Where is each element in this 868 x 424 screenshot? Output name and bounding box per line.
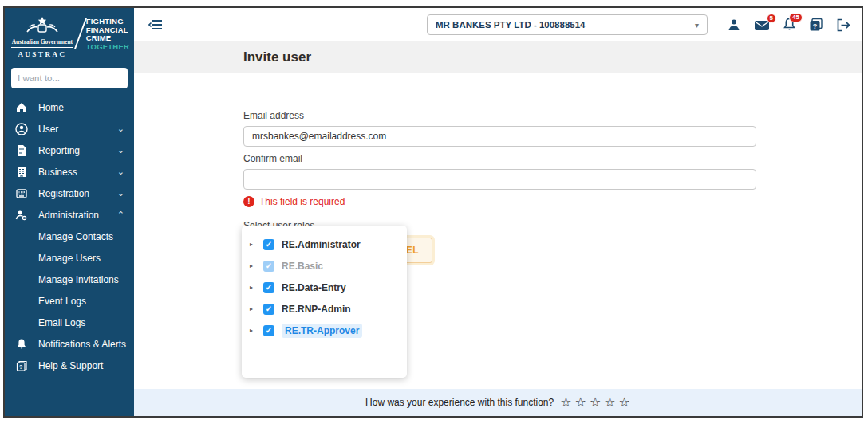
star-icon[interactable]: ☆ [604,396,615,409]
sidebar-item-label: Help & Support [38,360,124,371]
rating-prompt: How was your experience with this functi… [365,397,554,408]
i-want-to-search-input[interactable] [11,68,128,88]
svg-text:?: ? [19,363,22,369]
expand-caret-icon[interactable]: ▸ [250,305,256,312]
role-option-data-entry[interactable]: ▸ ✓ RE.Data-Entry [242,277,407,298]
sidebar-item-home[interactable]: Home [5,96,134,118]
chevron-up-icon: ⌃ [117,210,124,219]
organisation-selector[interactable]: MR BANKES PTY LTD - 100888514 ▾ [427,14,708,35]
email-address-field[interactable] [243,126,756,147]
role-option-basic[interactable]: ▸ ✓ RE.Basic [242,255,407,277]
chevron-down-icon: ⌄ [117,167,124,176]
checkbox-checked-muted-icon[interactable]: ✓ [263,261,274,272]
role-option-label: RE.TR-Approver [282,324,362,338]
confirm-email-field[interactable] [243,169,756,190]
role-option-administrator[interactable]: ▸ ✓ RE.Administrator [242,234,407,255]
feedback-bar: How was your experience with this functi… [134,389,862,416]
role-option-label: RE.Administrator [282,239,361,250]
expand-caret-icon[interactable]: ▸ [250,327,256,334]
tagline-accent: TOGETHER [86,43,129,52]
role-option-label: RE.Basic [282,261,323,272]
expand-caret-icon[interactable]: ▸ [250,284,256,291]
user-icon [14,122,29,136]
sidebar-item-user[interactable]: User ⌄ [5,118,134,139]
sidebar-item-label: Home [38,102,124,113]
gov-name: Australian Government [11,38,73,48]
logout-icon[interactable] [836,18,850,32]
agency-name: AUSTRAC [11,50,73,58]
sidebar-subitem-email-logs[interactable]: Email Logs [5,312,134,333]
checkbox-checked-icon[interactable]: ✓ [263,304,274,315]
help-book-icon: ? [14,359,29,373]
sidebar-item-label: User [38,124,117,135]
admin-user-gear-icon [14,208,29,222]
chevron-down-icon: ⌄ [117,146,124,155]
sidebar-item-reporting[interactable]: Reporting ⌄ [5,139,134,161]
error-message: This field is required [259,196,345,207]
sidebar-subitem-event-logs[interactable]: Event Logs [5,290,134,312]
star-icon[interactable]: ☆ [560,396,571,409]
profile-icon[interactable] [727,18,741,32]
sidebar-item-notifications-alerts[interactable]: Notifications & Alerts [5,333,134,355]
role-option-label: RE.Data-Entry [282,282,346,293]
sidebar-item-label: Business [38,167,117,178]
chevron-down-icon: ⌄ [117,189,124,198]
sidebar-subitem-manage-contacts[interactable]: Manage Contacts [5,226,134,247]
confirm-email-label: Confirm email [243,153,756,164]
top-header: MR BANKES PTY LTD - 100888514 ▾ 5 45 ? [134,8,862,41]
sidebar-collapse-icon[interactable] [148,19,163,30]
sidebar-item-help-support[interactable]: ? Help & Support [5,355,134,376]
tagline-line: CRIME [86,34,129,43]
messages-badge: 5 [767,14,776,23]
checkbox-checked-icon[interactable]: ✓ [263,282,274,293]
sidebar-item-label: Notifications & Alerts [38,339,126,350]
report-icon [14,143,29,158]
role-option-label: RE.RNP-Admin [282,304,351,315]
home-icon [14,100,29,115]
expand-caret-icon[interactable]: ▸ [250,241,256,248]
sidebar-subitem-manage-users[interactable]: Manage Users [5,247,134,269]
sidebar-item-administration[interactable]: Administration ⌃ [5,204,134,226]
star-rating: ☆ ☆ ☆ ☆ ☆ [560,396,630,409]
help-icon[interactable]: ? [809,18,823,32]
slash-decoration [74,18,87,49]
sidebar-menu: Home User ⌄ Reporting ⌄ Busines [5,96,134,416]
app-window: Australian Government AUSTRAC FIGHTING F… [3,6,863,418]
expand-caret-icon[interactable]: ▸ [250,262,256,269]
sidebar-subitem-manage-invitations[interactable]: Manage Invitations [5,269,134,290]
star-icon[interactable]: ☆ [575,396,586,409]
email-address-label: Email address [243,110,756,121]
checkbox-checked-icon[interactable]: ✓ [263,325,274,336]
messages-icon[interactable]: 5 [754,18,770,31]
role-option-rnp-admin[interactable]: ▸ ✓ RE.RNP-Admin [242,298,407,320]
coat-of-arms: Australian Government AUSTRAC [11,16,73,58]
organisation-selector-value: MR BANKES PTY LTD - 100888514 [436,20,695,29]
notifications-bell-icon[interactable]: 45 [783,18,796,32]
role-option-tr-approver[interactable]: ▸ ✓ RE.TR-Approver [242,320,407,341]
page-title-band: Invite user [134,41,862,73]
chevron-down-icon: ⌄ [117,124,124,133]
star-icon[interactable]: ☆ [619,396,630,409]
sidebar-item-label: Administration [38,210,117,221]
bell-icon [14,337,29,351]
registration-icon [14,186,29,201]
star-icon[interactable]: ☆ [590,396,601,409]
tagline-line: FIGHTING [86,18,129,26]
content-area: Email address Confirm email ! This field… [134,73,862,389]
validation-error: ! This field is required [243,196,756,207]
main-panel: MR BANKES PTY LTD - 100888514 ▾ 5 45 ? [134,8,862,416]
dropdown-caret-icon: ▾ [695,21,699,29]
checkbox-checked-icon[interactable]: ✓ [263,239,274,250]
sidebar-item-label: Reporting [38,145,117,156]
sidebar-item-registration[interactable]: Registration ⌄ [5,183,134,204]
coat-of-arms-icon [11,16,73,37]
sidebar-item-label: Registration [38,188,117,199]
svg-text:?: ? [813,22,818,30]
sidebar-item-business[interactable]: Business ⌄ [5,161,134,183]
page-title: Invite user [243,49,311,65]
error-icon: ! [243,196,254,207]
building-icon [14,165,29,179]
tagline: FIGHTING FINANCIAL CRIME TOGETHER [78,18,129,51]
user-roles-dropdown-panel: ▸ ✓ RE.Administrator ▸ ✓ RE.Basic ▸ ✓ RE… [242,226,407,378]
notifications-badge: 45 [789,13,803,22]
